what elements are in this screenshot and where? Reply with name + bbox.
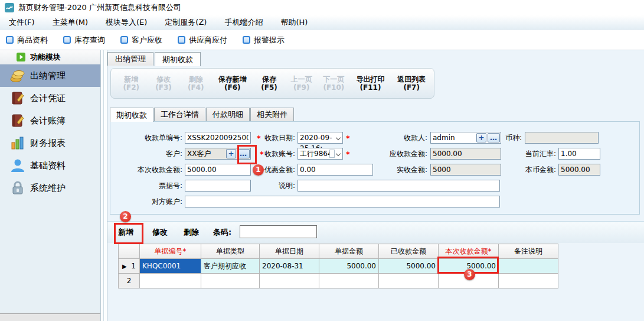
- add-button[interactable]: 新增(F2): [117, 75, 146, 92]
- quick-supplier-payable[interactable]: 供应商应付: [178, 35, 227, 46]
- menu-custom-service[interactable]: 定制服务(Z): [156, 17, 215, 28]
- record-toolbar: 新增(F2) 修改(F3) 删除(F4) 保存新增(F6) 保存(F5) 上一页…: [110, 68, 434, 99]
- delete-button[interactable]: 删除(F4): [181, 75, 210, 92]
- quick-goods[interactable]: 商品资料: [6, 35, 48, 46]
- next-page-button[interactable]: 下一页(F10): [319, 75, 348, 92]
- cell-received-amount[interactable]: [379, 274, 439, 288]
- row-selector[interactable]: ▶1: [119, 259, 140, 274]
- receipt-date-combo[interactable]: 2020-09-25 16:: [298, 132, 343, 144]
- grid-edit-button[interactable]: 修改: [152, 227, 168, 238]
- title-bar: 新页财务管理-2020 广州新页信息科技有限公司: [0, 0, 644, 15]
- main-tab-strip: 出纳管理 期初收款: [107, 52, 202, 66]
- annotation-step-1: 1: [253, 164, 264, 176]
- annotation-rect-customer-lookup: [237, 145, 257, 164]
- required-mark: *: [346, 148, 350, 160]
- quick-stock-query[interactable]: 库存查询: [63, 35, 105, 46]
- col-doc-type[interactable]: 单据类型: [201, 244, 260, 259]
- receivable-amount-label: 应收款金额:: [361, 148, 427, 160]
- blue-box-icon: [63, 36, 71, 44]
- cell-remark[interactable]: [499, 274, 558, 288]
- payee-label: 收款人:: [361, 132, 427, 144]
- sidebar-item-reports[interactable]: 财务报表: [0, 132, 100, 154]
- counterparty-account-input[interactable]: [185, 196, 500, 207]
- chevron-down-icon[interactable]: [336, 135, 341, 140]
- export-print-button[interactable]: 导出打印(F11): [352, 75, 390, 92]
- col-received-amount[interactable]: 已收款金额: [379, 244, 439, 259]
- annotation-step-3: 3: [464, 269, 475, 280]
- ledger-icon: [10, 90, 25, 106]
- account-combo[interactable]: 工行9864: [298, 148, 343, 160]
- menu-mobile-intro[interactable]: 手机端介绍: [215, 17, 272, 28]
- counterparty-account-label: 对方账户:: [116, 196, 182, 207]
- col-doc-date[interactable]: 单据日期: [260, 244, 319, 259]
- base-amount-label: 本币金额:: [490, 164, 556, 176]
- col-doc-no[interactable]: 单据编号*: [140, 244, 201, 259]
- cell-doc-type[interactable]: 客户期初应收: [201, 259, 260, 274]
- quick-alert[interactable]: 报警提示: [243, 35, 285, 46]
- blue-box-icon: [120, 36, 128, 44]
- col-doc-amount[interactable]: 单据金额: [319, 244, 379, 259]
- receipt-form-panel: 收款单编号: * 收款日期: 2020-09-25 16: * 收款人: adm…: [110, 121, 640, 215]
- edit-button[interactable]: 修改(F3): [149, 75, 178, 92]
- blue-box-icon: [6, 36, 14, 44]
- receipt-no-label: 收款单编号:: [116, 132, 182, 144]
- cell-received-amount[interactable]: 5000.00: [379, 259, 439, 274]
- currency-label: 币种:: [456, 132, 522, 144]
- prev-page-button[interactable]: 上一页(F9): [287, 75, 316, 92]
- cell-doc-date[interactable]: [260, 274, 319, 288]
- receipt-date-label: 收款日期:: [229, 132, 295, 144]
- menu-module-import[interactable]: 模块导入(E): [97, 17, 156, 28]
- annotation-rect-grid-add: [114, 223, 143, 244]
- subtab-attachments[interactable]: 相关附件: [250, 108, 294, 121]
- save-and-new-button[interactable]: 保存新增(F6): [214, 75, 251, 92]
- cell-doc-amount[interactable]: 5000.00: [319, 259, 379, 274]
- app-icon: [5, 3, 14, 12]
- play-icon: [17, 53, 25, 61]
- sidebar-header: 功能模块: [0, 50, 100, 64]
- menu-file[interactable]: 文件(F): [0, 17, 44, 28]
- ledger-icon: [10, 113, 25, 128]
- table-row[interactable]: 2: [119, 274, 558, 288]
- lock-icon: [10, 180, 25, 196]
- cell-doc-no[interactable]: KHQC0001: [140, 259, 201, 274]
- tab-initial-receipt[interactable]: 期初收款: [155, 52, 201, 66]
- row-selector[interactable]: 2: [119, 274, 140, 288]
- cell-remark[interactable]: [499, 259, 558, 274]
- cell-doc-type[interactable]: [201, 274, 260, 288]
- combo-edit-box[interactable]: [329, 150, 335, 158]
- cell-doc-date[interactable]: 2020-08-31: [260, 259, 319, 274]
- sidebar-item-cashier[interactable]: 出纳管理: [0, 64, 100, 87]
- sidebar-item-ledger[interactable]: 会计账簿: [0, 109, 100, 132]
- subtab-initial-receipt[interactable]: 期初收款: [110, 108, 153, 122]
- quick-customer-receivable[interactable]: 客户应收: [120, 35, 162, 46]
- quick-bar: 商品资料 库存查询 客户应收 供应商应付 报警提示: [0, 30, 644, 50]
- sidebar-item-system[interactable]: 系统维护: [0, 177, 100, 199]
- note-input[interactable]: [298, 180, 500, 192]
- sidebar: 功能模块 出纳管理 会计凭证 会计账簿 财务报表 基础资料 系统维护: [0, 50, 100, 313]
- note-label: 说明:: [229, 180, 295, 192]
- row-selector-header: [119, 244, 140, 259]
- bill-no-label: 票据号:: [116, 180, 182, 192]
- grid-delete-button[interactable]: 删除: [184, 227, 199, 238]
- subtab-payment-detail[interactable]: 付款明细: [206, 108, 250, 121]
- chevron-down-icon[interactable]: [336, 151, 341, 156]
- menu-help[interactable]: 帮助(H): [272, 17, 316, 28]
- blue-box-icon: [178, 36, 185, 44]
- subtab-workbench-detail[interactable]: 工作台详情: [154, 108, 205, 121]
- sidebar-item-base-data[interactable]: 基础资料: [0, 154, 100, 177]
- barcode-input[interactable]: [240, 225, 317, 238]
- sidebar-item-voucher[interactable]: 会计凭证: [0, 87, 100, 109]
- save-button[interactable]: 保存(F5): [255, 75, 284, 92]
- cell-doc-no[interactable]: [140, 274, 201, 288]
- customer-label: 客户:: [116, 148, 182, 160]
- detail-grid-toolbar: 新增 修改 删除 条码:: [107, 221, 644, 243]
- tab-cashier[interactable]: 出纳管理: [107, 52, 153, 66]
- sidebar-bottom-strip: [0, 313, 100, 321]
- menu-main[interactable]: 主菜单(M): [44, 17, 97, 28]
- exchange-rate-input[interactable]: [558, 148, 600, 160]
- detail-tab-strip: 期初收款 工作台详情 付款明细 相关附件: [110, 108, 295, 121]
- sidebar-splitter[interactable]: [100, 50, 107, 321]
- col-remark[interactable]: 备注说明: [499, 244, 558, 259]
- cell-doc-amount[interactable]: [319, 274, 379, 288]
- back-to-list-button[interactable]: 返回列表(F7): [393, 75, 430, 92]
